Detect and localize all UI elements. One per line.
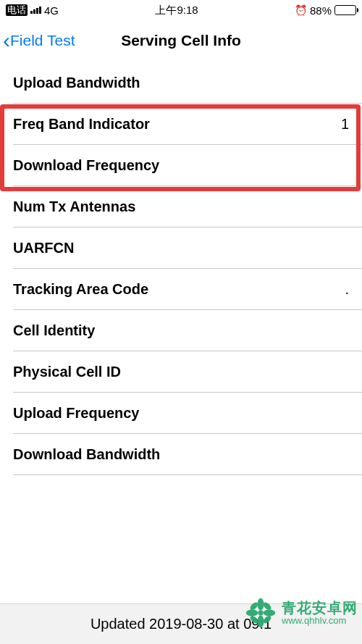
row-label: UARFCN bbox=[13, 240, 74, 256]
table-row[interactable]: Physical Cell ID bbox=[0, 351, 362, 393]
row-label: Upload Bandwidth bbox=[13, 75, 140, 91]
back-label: Field Test bbox=[10, 32, 75, 49]
flower-icon bbox=[244, 596, 277, 630]
status-left: 电话 4G bbox=[6, 4, 59, 17]
svg-point-2 bbox=[257, 616, 264, 628]
signal-icon bbox=[30, 7, 41, 14]
watermark-url: www.qhhlv.com bbox=[282, 616, 358, 626]
table-row[interactable]: Download Bandwidth bbox=[0, 434, 362, 475]
watermark-text: 青花安卓网 www.qhhlv.com bbox=[282, 600, 358, 626]
navigation-bar: ‹ Field Test Serving Cell Info bbox=[0, 20, 362, 61]
table-row[interactable]: Download Frequency bbox=[0, 145, 362, 186]
svg-point-1 bbox=[257, 598, 264, 611]
back-button[interactable]: ‹ Field Test bbox=[0, 30, 75, 51]
row-label: Physical Cell ID bbox=[13, 364, 121, 380]
row-value: . bbox=[345, 281, 349, 298]
table-row[interactable]: Freq Band Indicator 1 bbox=[0, 104, 362, 145]
watermark-name: 青花安卓网 bbox=[282, 600, 358, 616]
svg-point-4 bbox=[264, 609, 276, 616]
svg-point-0 bbox=[258, 610, 263, 615]
row-label: Download Bandwidth bbox=[13, 446, 160, 463]
svg-point-3 bbox=[246, 609, 258, 616]
row-label: Freq Band Indicator bbox=[13, 116, 150, 133]
row-label: Tracking Area Code bbox=[13, 281, 148, 298]
status-bar: 电话 4G 上午9:18 ⏰ 88% bbox=[0, 0, 362, 20]
table-view: Upload Bandwidth Freq Band Indicator 1 D… bbox=[0, 61, 362, 475]
status-right: ⏰ 88% bbox=[295, 4, 356, 17]
table-row[interactable]: Upload Bandwidth bbox=[0, 62, 362, 104]
battery-percent: 88% bbox=[310, 4, 332, 17]
row-label: Upload Frequency bbox=[13, 405, 139, 422]
table-row[interactable]: Upload Frequency bbox=[0, 393, 362, 434]
alarm-icon: ⏰ bbox=[295, 4, 307, 16]
row-label: Cell Identity bbox=[13, 322, 95, 339]
row-value: 1 bbox=[341, 116, 349, 133]
row-label: Download Frequency bbox=[13, 157, 159, 174]
table-row[interactable]: UARFCN bbox=[0, 227, 362, 269]
table-row[interactable]: Cell Identity bbox=[0, 310, 362, 351]
page-title: Serving Cell Info bbox=[121, 32, 241, 49]
table-row[interactable]: Num Tx Antennas bbox=[0, 186, 362, 227]
carrier-badge: 电话 bbox=[6, 4, 28, 16]
battery-icon bbox=[334, 5, 356, 15]
watermark: 青花安卓网 www.qhhlv.com bbox=[244, 596, 358, 630]
table-row[interactable]: Tracking Area Code . bbox=[0, 269, 362, 310]
chevron-left-icon: ‹ bbox=[3, 30, 10, 51]
status-time: 上午9:18 bbox=[155, 4, 198, 17]
row-label: Num Tx Antennas bbox=[13, 198, 135, 215]
network-type: 4G bbox=[44, 4, 59, 17]
